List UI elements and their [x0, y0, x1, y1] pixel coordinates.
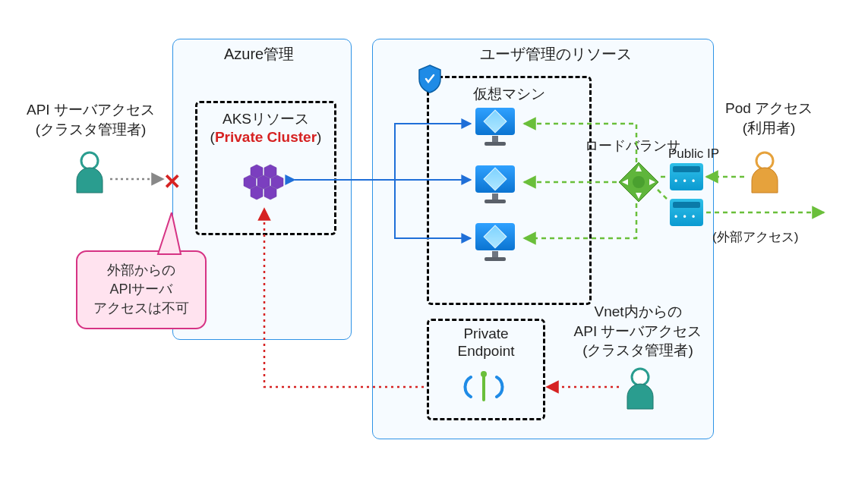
- azure-managed-title: Azure管理: [224, 44, 294, 64]
- svg-marker-1: [264, 165, 276, 178]
- private-endpoint-icon: [457, 368, 510, 406]
- ext-admin-line2: (クラスタ管理者): [36, 121, 147, 137]
- blocked-x-icon: ✕: [163, 169, 181, 194]
- svg-marker-3: [257, 175, 270, 189]
- external-admin-icon: [72, 150, 107, 194]
- svg-marker-4: [271, 175, 283, 189]
- security-shield-icon: [416, 64, 443, 94]
- svg-marker-2: [244, 175, 256, 189]
- load-balancer-label: ロードバランサ: [585, 137, 680, 155]
- svg-marker-5: [251, 186, 263, 200]
- aks-cluster-icon: [237, 160, 290, 206]
- blocked-access-callout: 外部からの APIサーバ アクセスは不可: [76, 250, 207, 329]
- diagram-canvas: Azure管理 ユーザ管理のリソース AKSリソース (Private Clus…: [0, 0, 868, 478]
- pe-line2: Endpoint: [457, 343, 514, 359]
- callout-line2: APIサーバ: [109, 281, 172, 297]
- public-ip-label: Public IP: [668, 146, 719, 163]
- vm-box-title: 仮想マシン: [429, 84, 589, 104]
- user-resources-title: ユーザ管理のリソース: [480, 44, 632, 64]
- svg-point-10: [633, 176, 645, 188]
- aks-private-cluster-label: Private Cluster: [215, 129, 317, 145]
- vm-icon-1: [475, 108, 515, 146]
- svg-point-16: [81, 153, 98, 169]
- vnet-admin-line1: Vnet内からの: [594, 303, 681, 319]
- pod-access-line1: Pod アクセス: [725, 100, 813, 116]
- vm-icon-2: [475, 165, 515, 203]
- public-ip-icon-2: [670, 199, 703, 226]
- vnet-admin-line2: API サーバアクセス: [574, 323, 702, 339]
- svg-marker-0: [251, 165, 263, 178]
- vm-icon-3: [475, 223, 515, 261]
- callout-line1: 外部からの: [107, 263, 175, 278]
- svg-point-8: [481, 371, 487, 377]
- vnet-admin-icon: [623, 366, 658, 410]
- aks-resource-label: AKSリソース: [223, 111, 309, 127]
- pod-access-line2: (利用者): [743, 120, 796, 136]
- load-balancer-icon: [617, 161, 660, 203]
- public-ip-icon-1: [670, 163, 703, 190]
- external-access-label: (外部アクセス): [712, 229, 798, 247]
- ext-admin-line1: API サーバアクセス: [27, 102, 155, 118]
- svg-marker-6: [264, 186, 276, 200]
- pod-user-icon: [747, 150, 782, 194]
- vnet-admin-line3: (クラスタ管理者): [582, 342, 693, 358]
- svg-point-15: [756, 153, 773, 169]
- svg-marker-18: [158, 212, 181, 254]
- svg-point-17: [632, 369, 649, 385]
- pe-line1: Private: [463, 325, 508, 341]
- callout-tail: [144, 212, 190, 258]
- callout-line3: アクセスは不可: [93, 300, 189, 316]
- aks-private-cluster-post: ): [317, 129, 321, 145]
